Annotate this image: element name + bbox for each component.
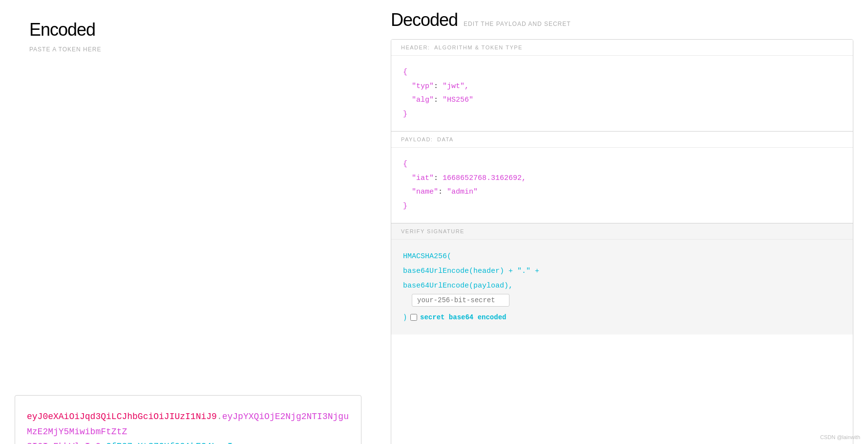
encoded-token-box[interactable]: eyJ0eXAiOiJqd3QiLCJhbGciOiJIUzI1NiJ9.eyJ…	[15, 395, 361, 444]
header-json-open: {	[403, 66, 841, 80]
header-json-alg: "alg": "HS256"	[403, 93, 841, 108]
verify-secret-row	[403, 293, 841, 308]
payload-json-iat: "iat": 1668652768.3162692,	[403, 172, 841, 186]
header-section-body[interactable]: { "typ": "jwt", "alg": "HS256" }	[391, 56, 853, 131]
secret-input[interactable]	[412, 294, 509, 307]
verify-arg-line2: base64UrlEncode(payload),	[403, 279, 841, 293]
verify-section-label: VERIFY SIGNATURE	[391, 223, 853, 240]
encoded-header: Encoded PASTE A TOKEN HERE	[15, 10, 361, 386]
header-json-close: }	[403, 108, 841, 122]
encoded-title: Encoded	[29, 20, 95, 40]
token-part1: eyJ0eXAiOiJqd3QiLCJhbGciOiJIUzI1NiJ9	[27, 412, 217, 422]
header-json-typ: "typ": "jwt",	[403, 80, 841, 94]
checkbox-row: ) secret base64 encoded	[403, 310, 841, 325]
payload-json-name: "name": "admin"	[403, 185, 841, 200]
decoded-panel: Decoded EDIT THE PAYLOAD AND SECRET HEAD…	[376, 0, 868, 444]
footer-credit: CSDN @lainwith	[820, 434, 860, 440]
verify-section-body: HMACSHA256( base64UrlEncode(header) + ".…	[391, 240, 853, 334]
payload-section-body[interactable]: { "iat": 1668652768.3162692, "name": "ad…	[391, 148, 853, 223]
payload-section: PAYLOAD: DATA { "iat": 1668652768.316269…	[391, 132, 853, 223]
token-part3-line1: CfR27zXtS7CUf99AkEG4LroI	[106, 442, 233, 444]
token-dot1: .	[217, 412, 222, 422]
payload-json-close: }	[403, 200, 841, 214]
payload-section-label: PAYLOAD: DATA	[391, 132, 853, 148]
decoded-sections-container: HEADER: ALGORITHM & TOKEN TYPE { "typ": …	[391, 39, 853, 444]
decoded-header: Decoded EDIT THE PAYLOAD AND SECRET	[391, 10, 853, 30]
encoded-subtitle: PASTE A TOKEN HERE	[29, 46, 101, 53]
header-section-label: HEADER: ALGORITHM & TOKEN TYPE	[391, 40, 853, 56]
encoded-panel: Encoded PASTE A TOKEN HERE eyJ0eXAiOiJqd…	[0, 0, 376, 444]
verify-arg-line1: base64UrlEncode(header) + "." +	[403, 264, 841, 279]
close-paren: )	[403, 310, 407, 325]
verify-section: VERIFY SIGNATURE HMACSHA256( base64UrlEn…	[391, 223, 853, 334]
token-part2-line2: SI6ImFkbWluIn0	[27, 442, 101, 444]
header-section: HEADER: ALGORITHM & TOKEN TYPE { "typ": …	[391, 40, 853, 132]
decoded-subtitle: EDIT THE PAYLOAD AND SECRET	[464, 21, 571, 27]
payload-json-open: {	[403, 157, 841, 172]
token-dot2: .	[101, 442, 106, 444]
verify-func-name: HMACSHA256(	[403, 249, 841, 264]
base64-checkbox[interactable]	[410, 314, 417, 321]
decoded-title: Decoded	[391, 10, 458, 30]
checkbox-label: secret base64 encoded	[420, 311, 506, 324]
